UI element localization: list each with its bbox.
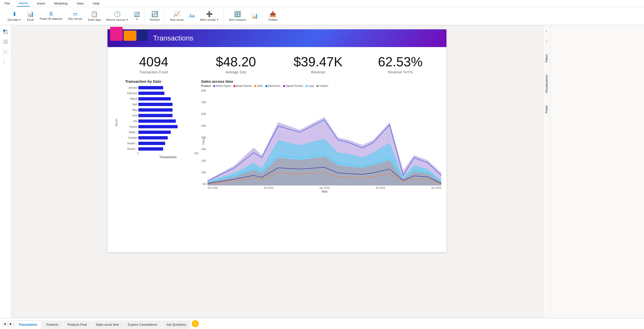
bar-y-axis-label: Month [115,119,118,127]
quick-calc-button[interactable]: 📊 [249,8,261,24]
dax-query-icon[interactable]: f [1,58,10,67]
menu-bar: File Home Insert Modeling View Help [0,0,644,7]
svg-rect-3 [6,32,8,34]
area-x-axis-label: Year [207,190,441,193]
new-visual-button[interactable]: 📈 New visual [167,8,186,24]
bar-fill [138,114,173,117]
kpi-revenue-value: $39.47K [277,55,359,69]
bar-x-axis-label: Transactions [137,155,199,159]
add-tab-button[interactable]: + [192,320,199,327]
bar-label: August [123,125,137,128]
bar-fill [138,97,171,100]
bar-row: January [123,86,199,89]
menu-item-insert[interactable]: Insert [35,1,47,6]
legend-item-dolls: Dolls [254,85,263,87]
bar-label: June [123,114,137,117]
svg-rect-1 [6,30,8,32]
tab-nav-next[interactable]: ▶ [8,321,14,326]
area-chart-svg [207,89,441,186]
bar-label: Septe... [123,131,137,134]
menu-item-home[interactable]: Home [17,0,30,7]
more-visuals-icon: ➕ [206,11,213,17]
svg-rect-6 [3,43,8,44]
kpi-average-size-value: $48.20 [195,55,277,69]
publish-button[interactable]: 📤 Publish [266,8,280,24]
collapse-panel-icon[interactable]: ‹ [546,29,547,33]
menu-item-modeling[interactable]: Modeling [52,1,70,6]
enter-data-icon: 📋 [91,11,98,17]
svg-point-9 [7,50,8,51]
visualizations-panel-label[interactable]: Visualizations [544,74,549,94]
expand-panel-icon[interactable]: ‹ [546,39,547,43]
bar-row: August [123,125,199,128]
bar-chart-rows: JanuaryFebruaryMarchAprilMayJuneJulyAugu… [123,86,199,151]
report-canvas: Transactions 4094 Transaction Count $48.… [108,29,446,252]
legend-dot-lego [306,85,308,87]
tab-explore-cancellations[interactable]: Explore Cancellations [124,320,162,329]
bar-row: May [123,108,199,112]
sql-server-label: SQL Server [68,17,82,20]
svg-point-8 [3,50,4,51]
bar-fill [138,147,163,151]
svg-rect-4 [3,40,8,41]
new-measure-button[interactable]: 🔢 New measure [226,8,249,24]
legend-item-board-games: Board Games [233,85,252,87]
get-data-icon: ⬇ [12,11,17,17]
panel-toggle-col: ‹ ‹ Filters Visualizations Fields [543,25,550,318]
legend-dot-electronics [265,85,267,87]
tab-sales-across-time[interactable]: Sales acoss time [92,320,123,329]
powerbi-datasets-button[interactable]: 🗄 Power BI datasets [37,8,65,24]
sql-server-button[interactable]: 🗃 SQL Server [65,8,85,24]
legend-dot-jigsaw-puzzles [283,85,285,87]
tab-nav-prev[interactable]: ◀ [2,321,8,326]
bar-row: February [123,92,199,95]
enter-data-button[interactable]: 📋 Enter data [85,8,103,24]
legend-item-jigsaw-puzzles: Jigsaw Puzzles [283,85,303,87]
bar-x-ticks: 0 500 [137,152,199,155]
bar-fill [138,119,176,123]
ai-icon-button[interactable]: Aa [186,8,197,24]
kpi-revenue-yoy-value: 62.53% [359,55,441,69]
svg-rect-0 [3,30,5,32]
bar-row: Novem... [123,142,199,145]
menu-item-view[interactable]: View [75,1,86,6]
bar-fill [138,108,173,112]
bar-label: October [123,136,137,139]
ai-icon: Aa [189,13,195,19]
refresh-icon: 🔃 [151,11,158,17]
tab-products[interactable]: Products [42,320,62,329]
quick-calc-icon: 📊 [252,13,258,19]
bar-fill [138,125,178,128]
area-y-axis-label: Sales [202,138,205,145]
refresh-button[interactable]: 🔃 Refresh [147,8,162,24]
get-data-button[interactable]: ⬇ Get data▼ [5,8,24,24]
panels-area: ‹ ‹ Filters Visualizations Fields [543,25,644,318]
tab-ask-questions[interactable]: Ask Questions [162,320,190,329]
tab-transactions[interactable]: Transactions [14,320,41,329]
bar-row: June [123,114,199,117]
bar-fill [138,131,171,134]
area-chart-legend: Product Action Figure Board Games Dolls [201,85,441,87]
recent-sources-button[interactable]: 🕐 Recent sources▼ [104,8,131,24]
model-view-icon[interactable] [1,48,10,57]
excel-button[interactable]: 📊 Excel [24,8,37,24]
bar-fill [138,92,164,95]
more-visuals-button[interactable]: ➕ More visuals▼ [198,8,221,24]
bar-chart-title: Transaction by Date [113,79,199,84]
bar-label: Novem... [123,142,137,145]
menu-item-file[interactable]: File [3,1,12,6]
new-measure-icon: 🔢 [234,11,241,17]
powerbi-datasets-icon: 🗄 [49,12,53,16]
bar-label: March [123,97,137,100]
fields-panel-label[interactable]: Fields [544,104,549,114]
transform-button[interactable]: 🔄 ▼ [132,8,142,24]
menu-item-help[interactable]: Help [91,1,102,6]
filters-panel-label[interactable]: Filters [544,53,549,64]
tab-products-final[interactable]: Products Final [63,320,91,329]
kpi-average-size: $48.20 Average Size [195,55,277,74]
recent-sources-label: Recent sources▼ [106,18,128,21]
data-view-icon[interactable] [1,37,10,47]
report-view-icon[interactable] [1,27,10,36]
bar-label: July [123,120,137,122]
kpi-revenue-label: Revenue [277,70,359,74]
